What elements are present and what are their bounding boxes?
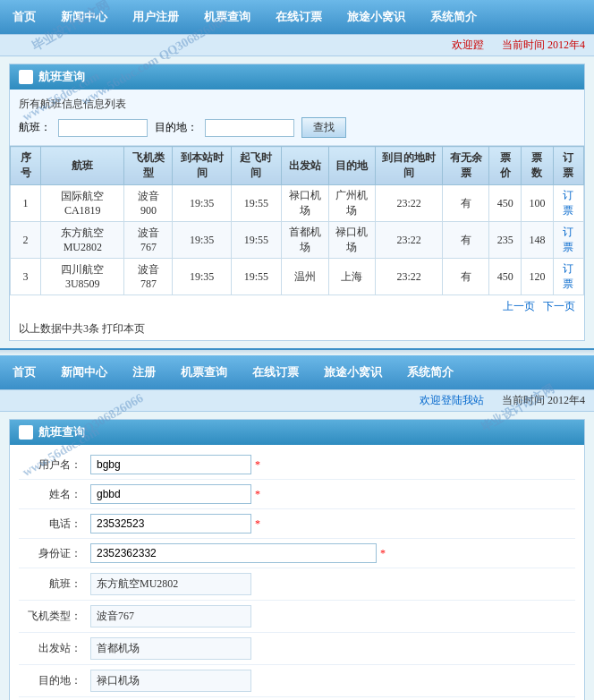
id-required: * [380,547,386,560]
phone-input[interactable] [90,514,251,534]
cell-plane_type: 波音900 [124,185,173,222]
cell-price: 235 [489,222,522,259]
section-icon [19,70,33,84]
from-display: 首都机场 [90,637,251,660]
welcome-bar-2: 欢迎登陆我站 当前时间 2012年4 [0,389,594,412]
cell-plane_type: 波音767 [124,222,173,259]
cell-to: 广州机场 [328,185,376,222]
id-input[interactable] [90,543,377,563]
cell-count: 148 [522,222,554,259]
search-row: 航班： 目的地： 查找 [19,117,575,138]
plane-form-label: 飞机类型： [19,609,90,624]
prev-page[interactable]: 上一页 [503,300,535,312]
th-flight: 航班 [41,147,124,185]
next-page[interactable]: 下一页 [543,300,575,312]
flight-search-section: 航班查询 所有航班信息信息列表 航班： 目的地： 查找 序号 航班 飞机类型 到… [9,64,585,341]
nav-item-home[interactable]: 首页 [0,5,48,29]
cell-dest_time: 23:22 [376,259,443,295]
cell-id: 2 [11,222,41,259]
section-icon-2 [19,425,33,440]
plane-display: 波音767 [90,605,251,627]
cell-action[interactable]: 订票 [553,259,583,295]
fullname-input[interactable] [90,484,251,504]
nav2-item-ticket[interactable]: 机票查询 [168,361,240,384]
username-required: * [255,458,260,472]
current-time: 当前时间 2012年4 [502,38,585,53]
flight-search-input[interactable] [58,119,148,137]
fullname-required: * [255,488,260,501]
username-input[interactable] [90,455,251,474]
nav-bar-1: 首页 新闻中心 用户注册 机票查询 在线订票 旅途小窝识 系统简介 [0,0,594,34]
cell-from: 温州 [282,259,329,295]
cell-from: 首都机场 [282,222,329,259]
nav-item-ticket[interactable]: 机票查询 [191,5,263,29]
cell-from: 禄口机场 [282,185,329,222]
cell-arrive_time: 19:35 [173,222,231,259]
th-has-ticket: 有无余票 [442,147,489,185]
cell-id: 3 [11,259,41,295]
booking-form: 用户名： * 姓名： * 电话： * 身份证： * [10,445,584,700]
nav2-item-travel[interactable]: 旅途小窝识 [311,361,395,384]
cell-depart_time: 19:55 [231,259,281,295]
cell-id: 1 [11,185,41,222]
th-count: 票数 [522,147,554,185]
cell-action[interactable]: 订票 [553,185,583,222]
to-display: 禄口机场 [90,670,251,692]
cell-depart_time: 19:55 [231,185,281,222]
username-label: 用户名： [19,457,90,473]
flight-display: 东方航空MU2802 [90,573,251,595]
form-row-username: 用户名： * [19,450,575,480]
form-row-id: 身份证： * [19,539,575,568]
dest-label: 目的地： [155,120,198,135]
form-row-from: 出发站： 首都机场 [19,633,575,665]
dest-search-input[interactable] [205,119,294,137]
pagination: 上一页 下一页 [10,295,584,318]
th-id: 序号 [11,147,41,185]
nav2-item-home[interactable]: 首页 [0,361,48,384]
cell-flight: 东方航空MU2802 [41,222,124,259]
cell-to: 上海 [328,259,376,295]
nav-item-register[interactable]: 用户注册 [120,5,191,29]
th-to: 目的地 [328,147,376,185]
nav2-item-news[interactable]: 新闻中心 [48,361,120,384]
cell-dest_time: 23:22 [376,185,443,222]
cell-dest_time: 23:22 [376,222,443,259]
id-label: 身份证： [19,546,90,561]
book-link[interactable]: 订票 [563,262,573,290]
th-plane: 飞机类型 [124,147,173,185]
search-subtitle: 所有航班信息信息列表 [19,97,575,112]
booking-form-section: 航班查询 用户名： * 姓名： * 电话： * 身份证： [9,419,585,700]
nav2-item-booking[interactable]: 在线订票 [240,361,311,384]
th-from: 出发站 [282,147,329,185]
flight-table: 序号 航班 飞机类型 到本站时间 起飞时间 出发站 目的地 到目的地时间 有无余… [10,146,584,295]
welcome-text-2: 欢迎登陆我站 [420,393,484,408]
th-price: 票价 [489,147,522,185]
cell-arrive_time: 19:35 [173,185,231,222]
from-form-label: 出发站： [19,641,90,656]
nav-item-news[interactable]: 新闻中心 [48,5,120,29]
to-form-label: 目的地： [19,673,90,688]
table-footer: 以上数据中共3条 打印本页 [10,318,584,340]
cell-count: 100 [522,185,554,222]
search-button[interactable]: 查找 [301,117,346,138]
nav-item-booking[interactable]: 在线订票 [263,5,335,29]
cell-count: 120 [522,259,554,295]
cell-flight: 四川航空3U8509 [41,259,124,295]
nav2-item-about[interactable]: 系统简介 [395,361,466,384]
phone-required: * [255,517,260,531]
form-row-fullname: 姓名： * [19,480,575,509]
cell-arrive_time: 19:35 [173,259,231,295]
th-dest-time: 到目的地时间 [376,147,443,185]
cell-action[interactable]: 订票 [553,222,583,259]
table-row: 3四川航空3U8509波音78719:3519:55温州上海23:22有4501… [11,259,584,295]
nav-item-about[interactable]: 系统简介 [418,5,489,29]
nav-bar-2: 首页 新闻中心 注册 机票查询 在线订票 旅途小窝识 系统简介 [0,355,594,389]
book-link[interactable]: 订票 [563,189,573,217]
nav2-item-register[interactable]: 注册 [120,361,168,384]
table-row: 1国际航空CA1819波音90019:3519:55禄口机场广州机场23:22有… [11,185,584,222]
cell-has_ticket: 有 [442,185,489,222]
cell-to: 禄口机场 [328,222,376,259]
nav-item-travel[interactable]: 旅途小窝识 [335,5,418,29]
book-link[interactable]: 订票 [563,226,573,253]
form-row-plane: 飞机类型： 波音767 [19,601,575,633]
